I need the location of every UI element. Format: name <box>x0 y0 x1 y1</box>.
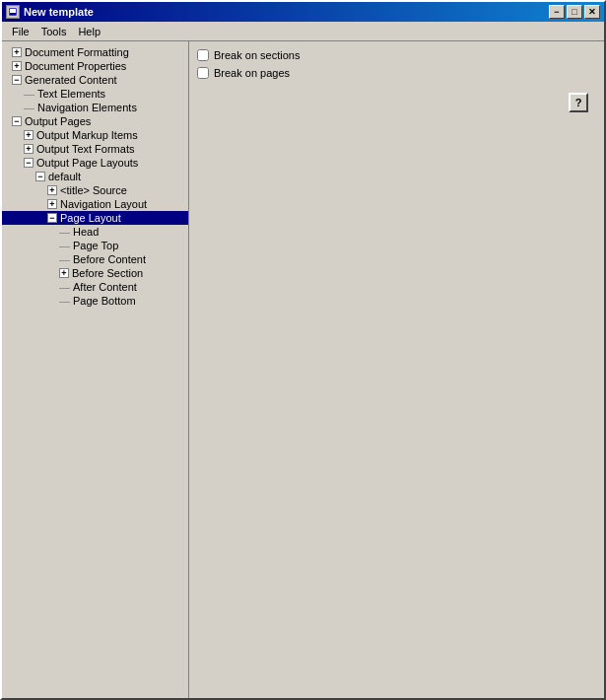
dash-line: — <box>24 88 34 100</box>
expand-icon-title-source: + <box>47 185 57 195</box>
checkbox-row-break-pages: Break on pages <box>197 67 596 79</box>
expand-icon-before-section: + <box>59 268 69 278</box>
tree-item-head[interactable]: — Head <box>2 225 188 239</box>
dash-line-before-content: — <box>59 253 70 265</box>
expand-icon-default: − <box>35 172 45 181</box>
tree-item-output-page-layouts[interactable]: − Output Page Layouts <box>2 156 188 170</box>
checkbox-break-pages[interactable] <box>197 67 209 79</box>
tree-label-page-layout: Page Layout <box>60 212 121 224</box>
tree-label-after-content: After Content <box>73 281 137 293</box>
title-bar: New template − □ ✕ <box>2 2 604 22</box>
menu-help[interactable]: Help <box>72 24 106 39</box>
tree-label-title-source: <title> Source <box>60 184 127 196</box>
expand-icon-output-markup: + <box>24 130 34 140</box>
tree-label-nav-layout: Navigation Layout <box>60 198 147 210</box>
label-break-sections: Break on sections <box>214 49 300 61</box>
expand-icon-output-page-layouts: − <box>24 158 34 168</box>
tree-item-output-pages[interactable]: − Output Pages <box>2 114 188 128</box>
tree-item-nav-elements[interactable]: — Navigation Elements <box>2 101 188 114</box>
minimize-button[interactable]: − <box>549 5 565 19</box>
tree-label-doc-format: Document Formatting <box>25 46 129 58</box>
tree-item-doc-format[interactable]: + Document Formatting <box>2 45 188 59</box>
tree-label-doc-props: Document Properties <box>25 60 126 72</box>
tree-item-output-markup[interactable]: + Output Markup Items <box>2 128 188 142</box>
menu-tools[interactable]: Tools <box>35 24 73 39</box>
tree-label-before-content: Before Content <box>73 253 146 265</box>
tree-item-default[interactable]: − default <box>2 170 188 183</box>
tree-label-page-bottom: Page Bottom <box>73 295 136 307</box>
tree-label-head: Head <box>73 226 99 238</box>
tree-label-output-text: Output Text Formats <box>36 143 134 155</box>
window-icon <box>6 5 20 19</box>
tree-item-doc-props[interactable]: + Document Properties <box>2 59 188 73</box>
dash-line-nav: — <box>24 102 34 113</box>
tree-item-page-top[interactable]: — Page Top <box>2 239 188 252</box>
label-break-pages: Break on pages <box>214 67 290 79</box>
tree-label-page-top: Page Top <box>73 240 118 251</box>
expand-icon-doc-props: + <box>12 61 22 71</box>
tree-item-output-text[interactable]: + Output Text Formats <box>2 142 188 156</box>
tree-label-default: default <box>48 171 81 182</box>
tree-panel: + Document Formatting + Document Propert… <box>2 41 189 698</box>
tree-label-output-pages: Output Pages <box>25 115 91 127</box>
tree-item-title-source[interactable]: + <title> Source <box>2 183 188 197</box>
checkbox-row-break-sections: Break on sections <box>197 49 596 61</box>
tree-label-gen-content: Generated Content <box>25 74 117 86</box>
menu-bar: File Tools Help <box>2 22 604 41</box>
tree-item-before-content[interactable]: — Before Content <box>2 252 188 266</box>
title-bar-buttons: − □ ✕ <box>549 5 600 19</box>
right-panel: Break on sections Break on pages ? <box>189 41 604 698</box>
dash-line-page-bottom: — <box>59 295 70 307</box>
close-button[interactable]: ✕ <box>584 5 600 19</box>
checkbox-break-sections[interactable] <box>197 49 209 61</box>
tree-item-gen-content[interactable]: − Generated Content <box>2 73 188 87</box>
expand-icon-page-layout: − <box>47 213 57 223</box>
menu-file[interactable]: File <box>6 24 35 39</box>
tree-label-before-section: Before Section <box>72 267 143 279</box>
tree-label-text-elements: Text Elements <box>37 88 105 100</box>
tree-item-text-elements[interactable]: — Text Elements <box>2 87 188 101</box>
expand-icon-nav-layout: + <box>47 199 57 209</box>
expand-icon-gen-content: − <box>12 75 22 85</box>
main-window: New template − □ ✕ File Tools Help + Doc… <box>0 0 606 700</box>
help-button[interactable]: ? <box>569 93 588 112</box>
tree-item-nav-layout[interactable]: + Navigation Layout <box>2 197 188 211</box>
maximize-button[interactable]: □ <box>567 5 582 19</box>
main-content: + Document Formatting + Document Propert… <box>2 41 604 698</box>
expand-icon-output-pages: − <box>12 116 22 126</box>
dash-line-after-content: — <box>59 281 70 293</box>
tree-label-nav-elements: Navigation Elements <box>37 102 137 113</box>
tree-item-before-section[interactable]: + Before Section <box>2 266 188 280</box>
tree-label-output-page-layouts: Output Page Layouts <box>36 157 138 169</box>
tree-item-after-content[interactable]: — After Content <box>2 280 188 294</box>
tree-item-page-layout[interactable]: − Page Layout <box>2 211 188 225</box>
expand-icon-doc-format: + <box>12 47 22 57</box>
dash-line-page-top: — <box>59 240 70 251</box>
svg-rect-1 <box>10 9 16 13</box>
window-title: New template <box>24 6 549 18</box>
tree-label-output-markup: Output Markup Items <box>36 129 138 141</box>
dash-line-head: — <box>59 226 70 238</box>
tree-item-page-bottom[interactable]: — Page Bottom <box>2 294 188 308</box>
expand-icon-output-text: + <box>24 144 34 154</box>
